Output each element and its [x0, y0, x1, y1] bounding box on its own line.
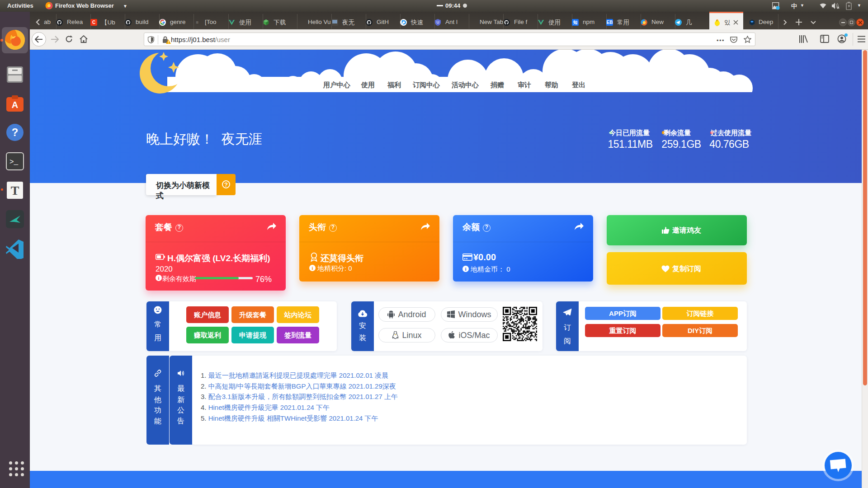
- svg-text:U: U: [436, 20, 439, 24]
- svg-text:T: T: [11, 183, 19, 197]
- svg-text:>_: >_: [9, 158, 19, 166]
- svg-text:A: A: [12, 100, 18, 110]
- svg-text:?: ?: [12, 126, 19, 138]
